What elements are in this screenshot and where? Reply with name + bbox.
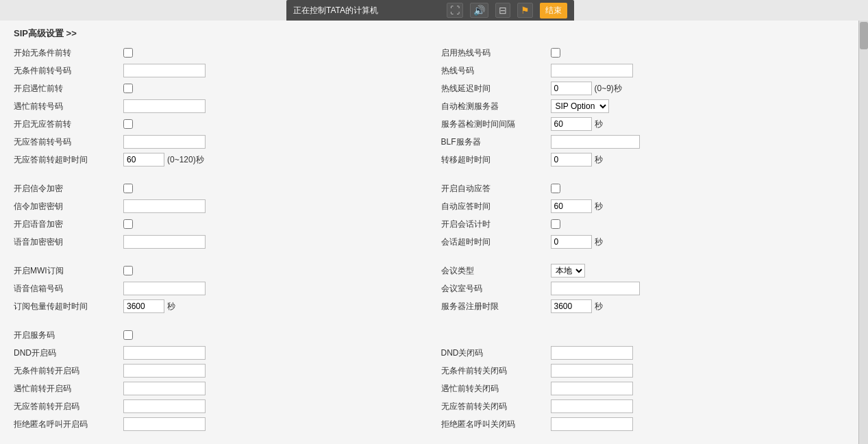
label-cfna-off: 无应答前转关闭码 <box>441 401 551 412</box>
input-conf-room[interactable] <box>551 282 640 295</box>
row-cfna-off: 无应答前转关闭码 <box>441 399 855 414</box>
settings-btn[interactable]: ⚑ <box>517 3 533 18</box>
checkbox-mwi[interactable] <box>123 266 133 275</box>
row-voice-encrypt: 开启语音加密 <box>14 217 421 232</box>
checkbox-signal-encrypt[interactable] <box>123 184 133 193</box>
label-service-code: 开启服务码 <box>14 330 123 341</box>
row-noanswer-number: 无应答前转号码 <box>14 134 421 149</box>
label-noanswer-forward: 开启无应答前转 <box>14 119 123 130</box>
label-hotline-number: 热线号码 <box>441 65 551 77</box>
select-auto-detect[interactable]: SIP Option <box>551 99 609 113</box>
row-signal-encrypt: 开启信令加密 <box>14 181 421 196</box>
label-noanswer-number: 无应答前转号码 <box>14 136 123 148</box>
label-blf-server: BLF服务器 <box>441 136 551 148</box>
volume-btn[interactable]: 🔊 <box>470 3 488 18</box>
input-noanswer-timeout[interactable] <box>123 153 164 166</box>
unit-session-timeout: 秒 <box>595 236 603 248</box>
row-auto-detect: 自动检测服务器 SIP Option <box>441 99 855 114</box>
checkbox-auto-answer[interactable] <box>551 184 560 193</box>
input-session-timeout[interactable] <box>551 235 592 249</box>
input-transfer-timeout[interactable] <box>551 153 592 166</box>
section-title: SIP高级设置 >> <box>14 27 854 40</box>
unit-noanswer-timeout: (0~120)秒 <box>167 154 204 166</box>
input-cfb-on[interactable] <box>123 382 206 395</box>
input-cf-on[interactable] <box>123 364 206 378</box>
row-cf-off: 无条件前转关闭码 <box>441 363 855 378</box>
row-transfer-timeout: 转移超时时间 秒 <box>441 152 855 167</box>
top-bar-title: 正在控制TATA的计算机 <box>293 5 378 16</box>
checkbox-busy-forward[interactable] <box>123 84 133 93</box>
input-hotline-delay[interactable] <box>551 82 592 95</box>
row-cfna-on: 无应答前转开启码 <box>14 399 421 414</box>
row-busy-number: 遇忙前转号码 <box>14 99 421 114</box>
label-hotline-enable: 启用热线号码 <box>441 47 551 59</box>
input-cfb-off[interactable] <box>551 382 633 395</box>
label-detect-interval: 服务器检测时间间隔 <box>441 119 551 130</box>
label-unconditional-number: 无条件前转号码 <box>14 65 123 77</box>
input-blf-server[interactable] <box>551 135 640 149</box>
row-anon-block-on: 拒绝匿名呼叫开启码 <box>14 417 421 432</box>
checkbox-session-timer[interactable] <box>551 219 560 229</box>
checkbox-hotline-enable[interactable] <box>551 48 560 58</box>
input-signal-key[interactable] <box>123 199 206 213</box>
label-conf-room: 会议室号码 <box>441 283 551 295</box>
row-noanswer-forward: 开启无应答前转 <box>14 116 421 132</box>
section3-right: 会议类型 本地 会议室号码 服务器注册时限 秒 <box>434 263 855 317</box>
input-hotline-number[interactable] <box>551 64 633 77</box>
row-voicemail: 语音信箱号码 <box>14 281 421 296</box>
input-anon-block-off[interactable] <box>551 417 633 431</box>
input-cf-off[interactable] <box>551 364 633 378</box>
label-busy-forward: 开启遇忙前转 <box>14 83 123 95</box>
input-reg-limit[interactable] <box>551 299 592 313</box>
minimize-btn[interactable]: ⊟ <box>495 3 510 18</box>
input-busy-number[interactable] <box>123 99 206 113</box>
fullscreen-btn[interactable]: ⛶ <box>447 3 463 18</box>
row-session-timer: 开启会话计时 <box>441 217 855 232</box>
input-anon-block-on[interactable] <box>123 417 206 431</box>
input-dnd-on[interactable] <box>123 346 206 360</box>
input-cfna-on[interactable] <box>123 399 206 413</box>
unit-reg-limit: 秒 <box>595 301 603 312</box>
input-cfna-off[interactable] <box>551 399 633 413</box>
row-busy-forward: 开启遇忙前转 <box>14 81 421 96</box>
row-auto-answer-time: 自动应答时间 秒 <box>441 199 855 214</box>
label-cf-off: 无条件前转关闭码 <box>441 365 551 377</box>
row-voice-key: 语音加密密钥 <box>14 234 421 249</box>
input-voice-key[interactable] <box>123 235 206 249</box>
input-unconditional-number[interactable] <box>123 64 206 77</box>
row-anon-block-off: 拒绝匿名呼叫关闭码 <box>441 417 855 432</box>
label-signal-encrypt: 开启信令加密 <box>14 183 123 195</box>
scrollbar[interactable] <box>858 21 868 444</box>
checkbox-noanswer-forward[interactable] <box>123 119 133 129</box>
top-bar-controls: ⛶ 🔊 ⊟ ⚑ 结束 <box>447 3 567 18</box>
row-session-timeout: 会话超时时间 秒 <box>441 234 855 249</box>
row-cf-on: 无条件前转开启码 <box>14 363 421 378</box>
input-subscribe-timeout[interactable] <box>123 299 164 313</box>
row-cfb-on: 遇忙前转开启码 <box>14 381 421 396</box>
label-reg-limit: 服务器注册时限 <box>441 301 551 312</box>
input-noanswer-number[interactable] <box>123 135 206 149</box>
checkbox-voice-encrypt[interactable] <box>123 219 133 229</box>
row-detect-interval: 服务器检测时间间隔 秒 <box>441 116 855 132</box>
checkbox-service-code[interactable] <box>123 330 133 340</box>
end-button[interactable]: 结束 <box>540 3 567 18</box>
label-hotline-delay: 热线延迟时间 <box>441 83 551 95</box>
checkbox-unconditional-forward[interactable] <box>123 48 133 58</box>
label-voicemail: 语音信箱号码 <box>14 283 123 295</box>
section2-right: 开启自动应答 自动应答时间 秒 开启会话计时 会话超时时间 秒 <box>434 181 855 252</box>
label-auto-detect: 自动检测服务器 <box>441 101 551 112</box>
unit-hotline-delay: (0~9)秒 <box>595 83 622 95</box>
input-voicemail[interactable] <box>123 282 206 295</box>
input-auto-answer-time[interactable] <box>551 199 592 213</box>
section3-left: 开启MWI订阅 语音信箱号码 订阅包量传超时时间 秒 <box>14 263 434 317</box>
label-cfb-off: 遇忙前转关闭码 <box>441 383 551 395</box>
select-conf-type[interactable]: 本地 <box>551 264 585 278</box>
input-dnd-off[interactable] <box>551 346 633 360</box>
label-mwi: 开启MWI订阅 <box>14 265 123 277</box>
label-voice-encrypt: 开启语音加密 <box>14 219 123 230</box>
label-voice-key: 语音加密密钥 <box>14 236 123 248</box>
label-anon-block-off: 拒绝匿名呼叫关闭码 <box>441 419 551 430</box>
label-session-timer: 开启会话计时 <box>441 219 551 230</box>
section1-left: 开始无条件前转 无条件前转号码 开启遇忙前转 遇忙前转号码 开启无应答前转 <box>14 45 434 170</box>
input-detect-interval[interactable] <box>551 117 592 131</box>
